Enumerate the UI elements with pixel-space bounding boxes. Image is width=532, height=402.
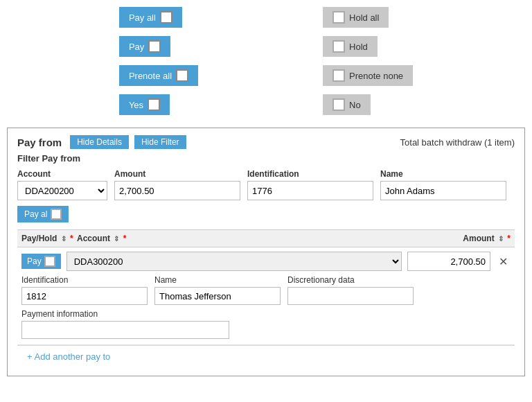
hold-button[interactable]: Hold [323, 36, 378, 57]
filter-name-field: Name [380, 169, 506, 200]
pay-label: Pay [129, 42, 144, 52]
hold-all-checkbox[interactable] [332, 11, 345, 24]
right-buttons-group: Hold all Hold Prenote none No [323, 7, 413, 115]
filter-identification-field: Identification [247, 169, 373, 200]
section-header: Pay from Hide Details Hide Filter Total … [17, 135, 515, 149]
row-name-field: Name [154, 275, 281, 305]
pay-all-filter-row: Pay al [17, 206, 515, 222]
filter-amount-field: Amount [114, 169, 240, 200]
col-payhold: Pay/Hold ⇕ * [21, 234, 77, 243]
yes-button[interactable]: Yes [119, 94, 170, 115]
row-amount-input[interactable] [407, 252, 490, 271]
section-title: Pay from [17, 137, 62, 148]
row-discretionary-input[interactable] [287, 287, 414, 305]
row-fields: Identification Name Discretionary data [21, 275, 511, 305]
pay-all-filter-checkbox[interactable] [51, 209, 62, 220]
filter-row: Account DDA200200 Amount Identification … [17, 169, 515, 200]
no-checkbox[interactable] [332, 98, 345, 111]
pay-from-section: Pay from Hide Details Hide Filter Total … [7, 128, 525, 376]
no-label: No [349, 100, 361, 110]
col-account: Account ⇕ * [77, 234, 414, 243]
pay-all-button[interactable]: Pay all [119, 7, 182, 28]
row-delete-button[interactable]: ✕ [496, 255, 511, 268]
row-payment-info-field: Payment information [21, 309, 229, 339]
yes-checkbox[interactable] [148, 98, 160, 111]
total-batch-text: Total batch withdraw (1 item) [400, 137, 515, 148]
row-pay-hold-button[interactable]: Pay [21, 254, 61, 269]
left-buttons-group: Pay all Pay Prenote all Yes [119, 7, 198, 115]
add-another-link[interactable]: + Add another pay to [27, 351, 110, 362]
pay-all-filter-label: Pay al [24, 209, 47, 219]
filter-section-label: Filter Pay from [17, 153, 515, 164]
row-payment-info-area: Payment information [21, 309, 511, 339]
amount-required-star: * [507, 234, 511, 243]
pay-all-label: Pay all [129, 12, 156, 23]
pay-checkbox[interactable] [148, 40, 161, 53]
no-button[interactable]: No [323, 94, 371, 115]
filter-account-label: Account [17, 169, 107, 179]
hold-all-button[interactable]: Hold all [323, 7, 389, 28]
row-pay-hold-label: Pay [27, 256, 42, 266]
hold-all-label: Hold all [349, 12, 379, 23]
prenote-none-label: Prenote none [349, 71, 403, 81]
row-name-label: Name [154, 275, 281, 285]
col-amount: Amount ⇕ * [414, 234, 511, 243]
row-identification-field: Identification [21, 275, 148, 305]
account-required-star: * [123, 234, 127, 243]
filter-name-label: Name [380, 169, 506, 179]
amount-sort-icon[interactable]: ⇕ [498, 235, 504, 243]
filter-name-input[interactable] [380, 181, 506, 200]
hold-label: Hold [349, 42, 368, 52]
account-sort-icon[interactable]: ⇕ [114, 235, 119, 243]
filter-identification-input[interactable] [247, 181, 373, 200]
hide-filter-button[interactable]: Hide Filter [134, 135, 186, 149]
add-another-section: + Add another pay to [17, 345, 515, 367]
pay-all-checkbox[interactable] [160, 11, 172, 24]
pay-button[interactable]: Pay [119, 36, 170, 57]
row-payment-info-input[interactable] [21, 321, 229, 339]
filter-amount-label: Amount [114, 169, 240, 179]
row-discretionary-field: Discretionary data [287, 275, 414, 305]
prenote-all-button[interactable]: Prenote all [119, 65, 198, 86]
prenote-none-button[interactable]: Prenote none [323, 65, 413, 86]
filter-amount-input[interactable] [114, 181, 240, 200]
filter-identification-label: Identification [247, 169, 373, 179]
yes-label: Yes [129, 100, 143, 110]
row-pay-checkbox[interactable] [44, 256, 55, 267]
pay-all-filter-button[interactable]: Pay al [17, 206, 69, 222]
row-identification-input[interactable] [21, 287, 148, 305]
row-name-input[interactable] [154, 287, 281, 305]
row-discretionary-label: Discretionary data [287, 275, 414, 285]
filter-account-field: Account DDA200200 [17, 169, 107, 200]
prenote-all-checkbox[interactable] [176, 69, 188, 82]
filter-account-select[interactable]: DDA200200 [17, 181, 107, 200]
payhold-sort-icon[interactable]: ⇕ [61, 235, 66, 243]
payhold-required-star: * [70, 234, 73, 243]
hide-details-button[interactable]: Hide Details [70, 135, 129, 149]
row-identification-label: Identification [21, 275, 148, 285]
prenote-all-label: Prenote all [129, 71, 172, 81]
table-row: Pay DDA300200 ✕ Identification Name Disc… [17, 247, 515, 345]
row-top: Pay DDA300200 ✕ [21, 252, 511, 271]
row-payment-info-label: Payment information [21, 309, 229, 319]
top-buttons-area: Pay all Pay Prenote all Yes Hold all Hol… [0, 0, 532, 122]
row-account-select[interactable]: DDA300200 [66, 252, 402, 271]
hold-checkbox[interactable] [332, 40, 345, 53]
prenote-none-checkbox[interactable] [332, 69, 345, 82]
table-header: Pay/Hold ⇕ * Account ⇕ * Amount ⇕ * [17, 229, 515, 247]
